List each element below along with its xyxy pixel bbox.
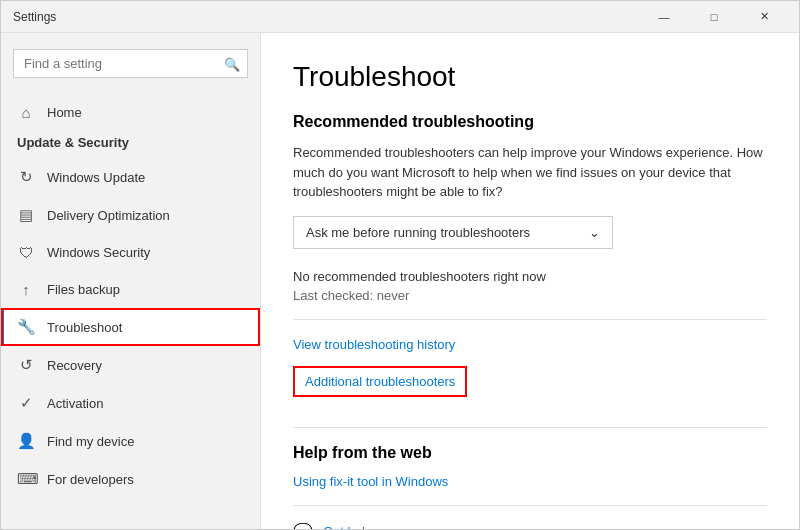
sidebar-item-delivery-optimization[interactable]: ▤ Delivery Optimization — [1, 196, 260, 234]
divider-3 — [293, 505, 767, 506]
no-troubleshooters-status: No recommended troubleshooters right now — [293, 269, 767, 284]
sidebar-item-for-developers[interactable]: ⌨ For developers — [1, 460, 260, 498]
sidebar-item-for-developers-label: For developers — [47, 472, 134, 487]
fix-it-tool-link[interactable]: Using fix-it tool in Windows — [293, 474, 767, 489]
sidebar-item-home[interactable]: ⌂ Home — [1, 94, 260, 131]
troubleshoot-icon: 🔧 — [17, 318, 35, 336]
get-help-item: 💬 Get help — [293, 522, 767, 530]
main-content: Troubleshoot Recommended troubleshooting… — [261, 33, 799, 529]
sidebar-item-files-backup-label: Files backup — [47, 282, 120, 297]
settings-window: Settings — □ ✕ 🔍 ⌂ Home Update & Securit… — [0, 0, 800, 530]
dropdown-value: Ask me before running troubleshooters — [306, 225, 530, 240]
recovery-icon: ↺ — [17, 356, 35, 374]
search-icon: 🔍 — [224, 56, 240, 71]
additional-troubleshooters-link[interactable]: Additional troubleshooters — [293, 366, 467, 397]
sidebar-item-windows-update[interactable]: ↻ Windows Update — [1, 158, 260, 196]
search-container: 🔍 — [13, 49, 248, 78]
last-checked-status: Last checked: never — [293, 288, 767, 303]
window-title: Settings — [13, 10, 56, 24]
home-icon: ⌂ — [17, 104, 35, 121]
sidebar-section-title: Update & Security — [1, 131, 260, 158]
page-title: Troubleshoot — [293, 61, 767, 93]
sidebar-item-find-my-device[interactable]: 👤 Find my device — [1, 422, 260, 460]
divider-1 — [293, 319, 767, 320]
titlebar: Settings — □ ✕ — [1, 1, 799, 33]
get-help-icon: 💬 — [293, 522, 313, 530]
find-device-icon: 👤 — [17, 432, 35, 450]
close-button[interactable]: ✕ — [741, 1, 787, 33]
divider-2 — [293, 427, 767, 428]
sidebar-item-files-backup[interactable]: ↑ Files backup — [1, 271, 260, 308]
get-help-link[interactable]: Get help — [323, 524, 372, 530]
sidebar-item-activation[interactable]: ✓ Activation — [1, 384, 260, 422]
update-icon: ↻ — [17, 168, 35, 186]
recommended-description: Recommended troubleshooters can help imp… — [293, 143, 767, 202]
search-input[interactable] — [13, 49, 248, 78]
sidebar-item-home-label: Home — [47, 105, 82, 120]
sidebar-item-find-my-device-label: Find my device — [47, 434, 134, 449]
chevron-down-icon: ⌄ — [589, 225, 600, 240]
window-controls: — □ ✕ — [641, 1, 787, 33]
minimize-button[interactable]: — — [641, 1, 687, 33]
sidebar-item-recovery[interactable]: ↺ Recovery — [1, 346, 260, 384]
backup-icon: ↑ — [17, 281, 35, 298]
security-icon: 🛡 — [17, 244, 35, 261]
sidebar-item-troubleshoot-label: Troubleshoot — [47, 320, 122, 335]
content-area: 🔍 ⌂ Home Update & Security ↻ Windows Upd… — [1, 33, 799, 529]
sidebar-item-windows-update-label: Windows Update — [47, 170, 145, 185]
developer-icon: ⌨ — [17, 470, 35, 488]
delivery-icon: ▤ — [17, 206, 35, 224]
troubleshoot-dropdown[interactable]: Ask me before running troubleshooters ⌄ — [293, 216, 613, 249]
recommended-section-title: Recommended troubleshooting — [293, 113, 767, 131]
sidebar: 🔍 ⌂ Home Update & Security ↻ Windows Upd… — [1, 33, 261, 529]
sidebar-item-windows-security[interactable]: 🛡 Windows Security — [1, 234, 260, 271]
help-section-title: Help from the web — [293, 444, 767, 462]
activation-icon: ✓ — [17, 394, 35, 412]
sidebar-item-activation-label: Activation — [47, 396, 103, 411]
view-history-link[interactable]: View troubleshooting history — [293, 337, 455, 352]
sidebar-item-recovery-label: Recovery — [47, 358, 102, 373]
maximize-button[interactable]: □ — [691, 1, 737, 33]
sidebar-item-troubleshoot[interactable]: 🔧 Troubleshoot — [1, 308, 260, 346]
sidebar-item-windows-security-label: Windows Security — [47, 245, 150, 260]
sidebar-item-delivery-optimization-label: Delivery Optimization — [47, 208, 170, 223]
